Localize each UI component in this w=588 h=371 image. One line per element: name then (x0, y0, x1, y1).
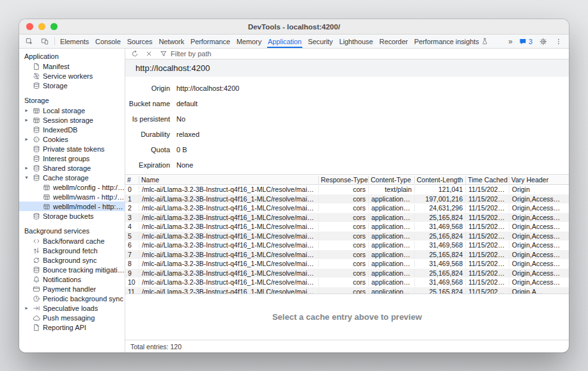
column-header-vary-header[interactable]: Vary Header (509, 176, 569, 184)
expander-right-icon[interactable]: ▸ (23, 107, 30, 113)
table-row[interactable]: 8/mlc-ai/Llama-3.2-3B-Instruct-q4f16_1-M… (125, 259, 569, 269)
expander-right-icon[interactable]: ▸ (23, 165, 30, 171)
metadata-label: Durability (125, 130, 170, 138)
table-row[interactable]: 7/mlc-ai/Llama-3.2-3B-Instruct-q4f16_1-M… (125, 250, 569, 260)
tab-label: Application (268, 38, 302, 45)
expander-right-icon[interactable]: ▸ (23, 117, 30, 123)
minimize-button[interactable] (38, 23, 45, 30)
cell-content_length: 31,469,568 (415, 260, 466, 267)
table-row[interactable]: 10/mlc-ai/Llama-3.2-3B-Instruct-q4f16_1-… (125, 278, 569, 287)
cell-index: 8 (125, 260, 139, 267)
sidebar-item-webllm-config-http-loc[interactable]: webllm/config - http://loc… (19, 182, 125, 192)
sidebar-item-label: webllm/model - http://loc… (53, 203, 125, 210)
flask-icon (481, 38, 488, 45)
clock-icon (33, 295, 40, 303)
tab-security[interactable]: Security (305, 35, 336, 48)
sidebar-item-session-storage[interactable]: ▸Session storage (19, 115, 125, 125)
sidebar-item-manifest[interactable]: Manifest (19, 61, 125, 71)
zoom-button[interactable] (50, 23, 58, 30)
sidebar-item-cookies[interactable]: ▸Cookies (19, 134, 125, 144)
settings-button[interactable] (536, 38, 551, 45)
cell-vary: Origin,Access… (509, 204, 569, 212)
cell-time_cached: 11/15/2024, 10… (466, 223, 509, 230)
cell-response_type: cors (319, 278, 369, 286)
filter-input[interactable]: Filter by path (157, 50, 215, 58)
refresh-button[interactable] (128, 49, 141, 59)
sidebar-item-webllm-wasm-http-loca[interactable]: webllm/wasm - http://loca… (19, 192, 125, 201)
sidebar-item-cache-storage[interactable]: ▾Cache storage (19, 173, 125, 182)
tab-label: Recorder (380, 38, 408, 45)
cell-vary: Origin,Access… (509, 214, 569, 221)
more-tabs-button[interactable]: » (505, 37, 516, 46)
table-row[interactable]: 1/mlc-ai/Llama-3.2-3B-Instruct-q4f16_1-M… (125, 194, 569, 204)
sidebar-item-notifications[interactable]: Notifications (19, 274, 125, 284)
table-row[interactable]: 4/mlc-ai/Llama-3.2-3B-Instruct-q4f16_1-M… (125, 222, 569, 232)
column-header-time-cached[interactable]: Time Cached (466, 176, 509, 184)
tab-elements[interactable]: Elements (57, 35, 92, 48)
sidebar-item-reporting-api[interactable]: Reporting API (19, 322, 125, 332)
sidebar-item-label: Background sync (43, 257, 97, 264)
expander-right-icon[interactable]: ▸ (23, 305, 30, 311)
tab-recorder[interactable]: Recorder (376, 35, 411, 48)
sidebar-item-webllm-model-http-loc[interactable]: webllm/model - http://loc… (19, 201, 125, 211)
sidebar-item-periodic-background-sync[interactable]: Periodic background sync (19, 294, 125, 303)
sidebar-item-payment-handler[interactable]: Payment handler (19, 284, 125, 294)
sidebar-item-private-state-tokens[interactable]: Private state tokens (19, 144, 125, 154)
cell-index: 1 (125, 195, 139, 203)
sidebar-item-label: Storage buckets (43, 212, 94, 220)
sidebar-item-local-storage[interactable]: ▸Local storage (19, 106, 125, 115)
sidebar-item-shared-storage[interactable]: ▸Shared storage (19, 163, 125, 173)
sidebar-item-push-messaging[interactable]: Push messaging (19, 313, 125, 322)
cell-content_type: application/oc… (369, 278, 415, 286)
sidebar-item-storage[interactable]: Storage (19, 81, 125, 90)
tab-console[interactable]: Console (92, 35, 124, 48)
document-icon (33, 63, 40, 70)
column-header-name[interactable]: Name (139, 176, 319, 184)
menu-button[interactable] (551, 38, 566, 45)
table-row[interactable]: 2/mlc-ai/Llama-3.2-3B-Instruct-q4f16_1-M… (125, 203, 569, 213)
cell-name: /mlc-ai/Llama-3.2-3B-Instruct-q4f16_1-ML… (139, 195, 319, 203)
table-row[interactable]: 3/mlc-ai/Llama-3.2-3B-Instruct-q4f16_1-M… (125, 213, 569, 223)
tab-lighthouse[interactable]: Lighthouse (336, 35, 376, 48)
column-header-[interactable]: # (125, 176, 139, 184)
clear-button[interactable] (143, 49, 155, 59)
sidebar-item-bounce-tracking-mitigations[interactable]: Bounce tracking mitigations (19, 265, 125, 274)
cell-response_type: cors (319, 251, 369, 258)
cell-name: /mlc-ai/Llama-3.2-3B-Instruct-q4f16_1-ML… (139, 269, 319, 277)
sidebar-item-indexeddb[interactable]: IndexedDB (19, 125, 125, 134)
table-row[interactable]: 6/mlc-ai/Llama-3.2-3B-Instruct-q4f16_1-M… (125, 241, 569, 250)
sidebar-item-label: Local storage (43, 107, 85, 114)
expander-down-icon[interactable]: ▾ (23, 175, 30, 180)
close-button[interactable] (26, 23, 33, 30)
issues-button[interactable]: 3 (516, 38, 536, 45)
sidebar-item-interest-groups[interactable]: Interest groups (19, 154, 125, 163)
tab-network[interactable]: Network (155, 35, 187, 48)
cache-storage-panel: Filter by path http://localhost:4200 Ori… (125, 49, 569, 352)
column-header-content-length[interactable]: Content-Length (415, 176, 466, 184)
sidebar-item-back-forward-cache[interactable]: Back/forward cache (19, 236, 125, 246)
database-icon (33, 126, 40, 134)
table-row[interactable]: 9/mlc-ai/Llama-3.2-3B-Instruct-q4f16_1-M… (125, 269, 569, 278)
sidebar-item-background-fetch[interactable]: Background fetch (19, 246, 125, 255)
tab-sources[interactable]: Sources (124, 35, 156, 48)
sidebar-item-storage-buckets[interactable]: Storage buckets (19, 211, 125, 221)
sidebar-item-speculative-loads[interactable]: ▸Speculative loads (19, 303, 125, 313)
sidebar-item-service-workers[interactable]: Service workers (19, 71, 125, 81)
device-toolbar-button[interactable] (37, 35, 52, 48)
sidebar-item-background-sync[interactable]: Background sync (19, 255, 125, 265)
database-icon (33, 174, 40, 182)
tab-application[interactable]: Application (265, 35, 305, 48)
table-row[interactable]: 0/mlc-ai/Llama-3.2-3B-Instruct-q4f16_1-M… (125, 185, 569, 194)
column-header-content-type[interactable]: Content-Type (369, 176, 415, 184)
inspect-element-button[interactable] (22, 35, 37, 48)
column-header-response-type[interactable]: Response-Type (319, 176, 369, 184)
table-row[interactable]: 5/mlc-ai/Llama-3.2-3B-Instruct-q4f16_1-M… (125, 232, 569, 241)
expander-right-icon[interactable]: ▸ (23, 136, 30, 142)
cell-content_type: application/oc… (369, 204, 415, 212)
status-bar: Total entries: 120 (125, 340, 569, 352)
tab-performance[interactable]: Performance (187, 35, 233, 48)
tab-performance-insights[interactable]: Performance insights (411, 35, 491, 48)
tab-label: Performance insights (414, 38, 479, 45)
tab-memory[interactable]: Memory (233, 35, 265, 48)
table-row[interactable]: 11/mlc-ai/Llama-3.2-3B-Instruct-q4f16_1-… (125, 287, 569, 294)
